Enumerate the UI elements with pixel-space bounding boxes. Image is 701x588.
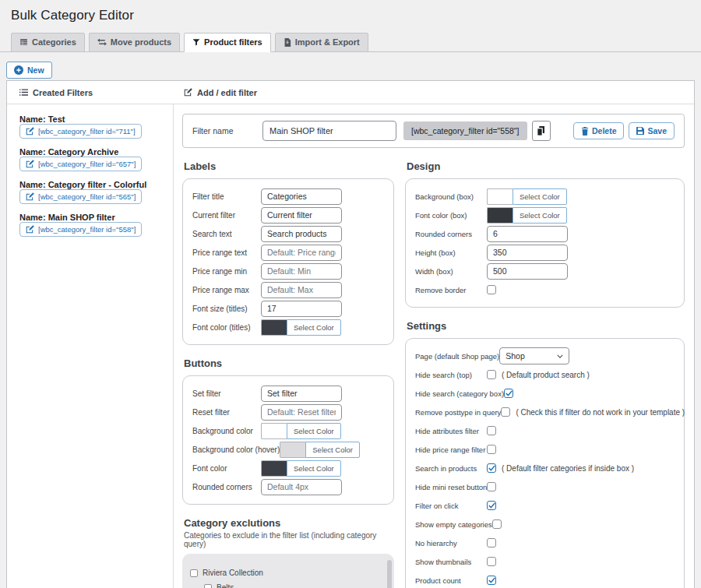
exclusions-section-title: Category exclutions — [184, 517, 394, 529]
labels-section-title: Labels — [184, 160, 394, 172]
save-button-label: Save — [647, 126, 667, 136]
field-row-font-color: Font colorSelect Color — [192, 459, 384, 477]
background-color-hover-color-picker[interactable]: Select Color — [280, 442, 360, 458]
category-label: Belts — [217, 583, 234, 588]
save-button[interactable]: Save — [629, 122, 675, 139]
tab-product-filters[interactable]: Product filters — [184, 33, 271, 52]
category-tree-children: BeltsClothingClutchesHandbagsGolfSunglas… — [204, 583, 383, 588]
add-edit-filter-title: Add / edit filter — [197, 88, 257, 97]
reset-filter-input[interactable] — [261, 404, 342, 421]
set-filter-input[interactable] — [261, 386, 342, 402]
height-box-input[interactable] — [487, 245, 568, 261]
field-row-hide-attributes-filter: Hide attributes filter — [415, 421, 675, 440]
filter-list-item: Name: Category Archive[wbc_category_filt… — [19, 147, 165, 171]
edit-icon — [26, 192, 34, 201]
field-label: Rounded corners — [192, 483, 261, 491]
delete-button[interactable]: Delete — [573, 122, 625, 139]
checkbox[interactable] — [487, 285, 496, 294]
tab-import-export[interactable]: Import & Export — [275, 33, 368, 52]
copy-shortcode-button[interactable] — [532, 121, 551, 141]
tab-move-products[interactable]: Move products — [89, 33, 180, 52]
plus-circle-icon — [14, 65, 23, 75]
background-color-color-picker[interactable]: Select Color — [261, 423, 341, 439]
font-color-box-color-picker[interactable]: Select Color — [487, 207, 567, 224]
checkbox[interactable] — [487, 557, 496, 566]
checkbox[interactable] — [487, 426, 496, 435]
select-color-button: Select Color — [287, 460, 341, 477]
labels-panel: Filter titleCurrent filterSearch textPri… — [182, 178, 394, 345]
field-label: Show thumbnails — [415, 558, 487, 566]
rounded-corners-input[interactable] — [487, 226, 568, 242]
rounded-corners-input[interactable] — [261, 479, 342, 495]
add-edit-filter-header: Add / edit filter — [174, 88, 257, 97]
field-row-background-color-hover: Background color (hover)Select Color — [192, 440, 384, 459]
tab-label: Product filters — [204, 37, 262, 47]
filter-name-input[interactable] — [262, 121, 396, 141]
filter-list-item: Name: Category filter - Colorful[wbc_cat… — [19, 180, 165, 204]
delete-button-label: Delete — [592, 126, 617, 136]
background-box-color-picker[interactable]: Select Color — [487, 188, 567, 205]
panel-header: Created Filters Add / edit filter — [7, 81, 694, 104]
edit-icon — [184, 88, 192, 97]
field-row-font-color-titles: Font color (titles)Select Color — [192, 318, 384, 336]
checkbox[interactable] — [190, 569, 198, 577]
checkbox[interactable] — [487, 576, 496, 585]
tab-categories[interactable]: Categories — [11, 33, 85, 52]
new-filter-button[interactable]: New — [6, 62, 52, 79]
field-label: Reset filter — [192, 408, 261, 417]
font-size-titles-input[interactable] — [261, 301, 342, 317]
filter-shortcode-button[interactable]: [wbc_category_filter id="657"] — [19, 157, 142, 171]
price-range-text-input[interactable] — [261, 245, 342, 261]
checkbox[interactable] — [487, 370, 496, 379]
checkbox[interactable] — [492, 519, 502, 529]
field-label: Price range max — [192, 286, 261, 294]
filter-shortcode-button[interactable]: [wbc_category_filter id="711"] — [19, 124, 142, 139]
field-row-height-box: Height (box) — [415, 243, 675, 262]
price-range-max-input[interactable] — [261, 282, 342, 298]
right-settings-column: Design Background (box)Select ColorFont … — [405, 148, 685, 588]
current-filter-input[interactable] — [261, 207, 342, 224]
field-row-set-filter: Set filter — [192, 384, 384, 403]
filter-list-item: Name: Main SHOP filter[wbc_category_filt… — [19, 213, 165, 237]
tab-label: Move products — [111, 37, 171, 47]
field-row-price-range-max: Price range max — [192, 280, 384, 299]
checkbox[interactable] — [487, 482, 496, 491]
checkbox[interactable] — [487, 501, 496, 510]
filter-actions: Delete Save — [573, 122, 675, 139]
checkbox[interactable] — [487, 463, 496, 473]
font-color-color-picker[interactable]: Select Color — [261, 460, 341, 477]
edit-icon — [26, 225, 34, 234]
width-box-input[interactable] — [487, 263, 568, 280]
search-text-input[interactable] — [261, 226, 342, 242]
field-label: Background color — [192, 427, 261, 435]
checkbox[interactable] — [504, 389, 513, 398]
field-row-rounded-corners: Rounded corners — [415, 224, 675, 243]
filter-title-input[interactable] — [261, 188, 342, 205]
field-row-product-count: Product count — [415, 571, 675, 588]
field-label: Remove posttype in query — [415, 408, 501, 417]
checkbox[interactable] — [487, 538, 496, 548]
field-label: Hide price range filter — [415, 445, 487, 454]
font-color-titles-color-picker[interactable]: Select Color — [261, 319, 341, 336]
checkbox[interactable] — [487, 445, 496, 454]
field-row-show-thumbnails: Show thumbnails — [415, 552, 675, 571]
field-row-current-filter: Current filter — [192, 206, 384, 224]
shortcode-text: [wbc_category_filter id="711"] — [38, 127, 136, 136]
list-icon — [19, 89, 28, 96]
filter-shortcode-button[interactable]: [wbc_category_filter id="558"] — [19, 222, 142, 237]
field-label: Background (box) — [415, 192, 487, 201]
buttons-section-title: Buttons — [184, 357, 394, 369]
filter-shortcode-button[interactable]: [wbc_category_filter id="565"] — [19, 189, 142, 204]
field-label: Font size (titles) — [192, 305, 261, 313]
checkbox[interactable] — [501, 407, 510, 417]
price-range-min-input[interactable] — [261, 263, 342, 280]
scrollbar-thumb[interactable] — [387, 560, 392, 588]
field-label: Set filter — [192, 389, 261, 398]
new-button-label: New — [27, 65, 44, 75]
page-default-shop-page-select[interactable]: Shop — [499, 347, 569, 364]
color-swatch — [487, 188, 513, 205]
checkbox[interactable] — [204, 584, 212, 588]
color-swatch — [487, 207, 513, 224]
filter-list-item: Name: Test[wbc_category_filter id="711"] — [19, 114, 165, 139]
select-color-button: Select Color — [305, 442, 360, 458]
